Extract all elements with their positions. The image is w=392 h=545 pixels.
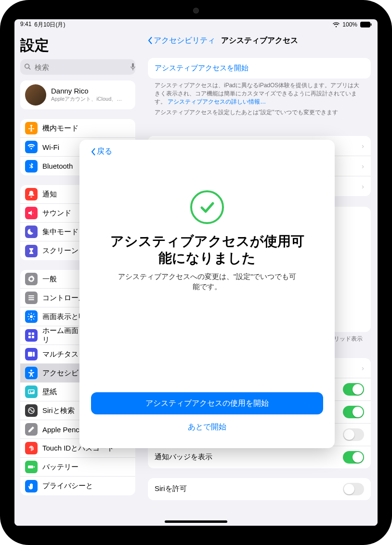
search-input[interactable] (34, 63, 127, 72)
status-date: 6月10日(月) (34, 21, 65, 29)
start-now-button[interactable]: アシスティブアクセスの使用を開始 (91, 392, 323, 414)
svg-rect-19 (32, 332, 34, 335)
sidebar-item-label: 一般 (42, 275, 57, 284)
status-bar: 9:41 6月10日(月) 100% (14, 19, 378, 30)
svg-rect-29 (34, 466, 35, 468)
sheet-title: アシスティブアクセスが使用可能になりました (105, 233, 309, 266)
svg-rect-20 (28, 336, 31, 338)
svg-rect-0 (361, 22, 370, 27)
hand-icon (25, 480, 38, 492)
gear-icon (25, 273, 38, 285)
speaker-icon (25, 207, 38, 219)
toggle-switch[interactable] (343, 451, 364, 464)
svg-rect-23 (33, 352, 35, 357)
svg-point-26 (30, 391, 31, 392)
svg-line-15 (33, 319, 34, 319)
toggle-row[interactable]: 通知バッジを表示 (148, 446, 371, 468)
svg-point-24 (30, 370, 32, 372)
footnote-2: アシスティブアクセスを設定したあとは"設定"でいつでも変更できます (148, 106, 371, 117)
brightness-icon (25, 310, 38, 323)
sidebar-item-label: 通知 (42, 190, 57, 199)
bell-icon (25, 188, 38, 200)
search-field[interactable] (20, 59, 135, 75)
status-time: 9:41 (20, 21, 31, 29)
sidebar-item-label: 壁紙 (42, 387, 57, 397)
footnote-1: アシスティブアクセスは、iPadに異なるiPadOS体験を提供します。アプリは大… (148, 79, 371, 106)
sheet-back-button[interactable]: 戻る (91, 146, 323, 157)
sidebar-item[interactable]: 機内モード (20, 119, 135, 138)
svg-rect-18 (28, 332, 31, 335)
svg-line-14 (28, 314, 29, 315)
svg-point-2 (25, 64, 29, 68)
sidebar-item-label: バッテリー (42, 463, 78, 472)
fingerprint-icon (25, 442, 38, 454)
sliders-icon (25, 292, 38, 304)
back-button[interactable]: アクセシビリティ (148, 36, 215, 46)
sidebar-item-label: 集中モード (42, 227, 78, 237)
svg-rect-1 (371, 24, 372, 26)
svg-line-16 (33, 314, 34, 315)
sidebar-item[interactable]: プライバシーと (20, 477, 135, 495)
siri-label: Siriを許可 (155, 484, 187, 493)
siri-icon (25, 404, 38, 417)
svg-rect-7 (28, 297, 34, 298)
more-info-link[interactable]: アシスティブアクセスの詳しい情報… (168, 98, 266, 105)
svg-rect-8 (28, 299, 34, 300)
accessibility-icon (25, 367, 38, 379)
sidebar-item-label: 機内モード (42, 124, 78, 133)
front-camera (194, 8, 198, 13)
search-icon (24, 63, 31, 71)
battery-icon (25, 461, 38, 473)
wifi-icon (333, 22, 340, 27)
start-later-button[interactable]: あとで開始 (91, 417, 323, 437)
multitask-icon (25, 348, 38, 360)
toggle-label: 通知バッジを表示 (155, 452, 212, 462)
home-indicator[interactable] (165, 520, 227, 523)
account-name: Danny Rico (51, 87, 122, 95)
toggle-switch[interactable] (343, 406, 364, 418)
svg-line-3 (29, 67, 31, 69)
sidebar-item-label: Bluetooth (42, 162, 73, 170)
sidebar-item-label: プライバシーと (42, 481, 93, 491)
detail-title: アシスティブアクセス (221, 36, 298, 46)
account-sub: Appleアカウント、iCloud、… (51, 95, 122, 103)
sidebar-item-label: Wi-Fi (42, 143, 59, 151)
svg-rect-4 (132, 63, 134, 67)
mic-icon[interactable] (130, 63, 136, 71)
start-assistive-access-link[interactable]: アシスティブアクセスを開始 (148, 58, 371, 79)
detail-nav: アクセシビリティ アシスティブアクセス (148, 30, 371, 51)
assistive-access-ready-sheet: 戻る アシスティブアクセスが使用可能になりました アシスティブアクセスへの変更は… (79, 140, 335, 448)
sidebar-item-label: サウンド (42, 209, 71, 218)
svg-rect-22 (28, 352, 32, 357)
bluetooth-icon (25, 160, 38, 173)
pencil-icon (25, 423, 38, 436)
toggle-switch[interactable] (343, 383, 364, 396)
success-check-icon (190, 190, 224, 224)
sidebar-item-label: Apple Pencil (42, 425, 82, 434)
siri-switch[interactable] (343, 483, 364, 495)
sidebar-item-label: Siriと検索 (42, 406, 75, 415)
siri-toggle-row[interactable]: Siriを許可 (148, 478, 371, 500)
airplane-icon (25, 122, 38, 134)
wallpaper-icon (25, 385, 38, 398)
account-card[interactable]: Danny Rico Appleアカウント、iCloud、… (20, 80, 135, 109)
wifi-icon (25, 141, 38, 153)
toggle-switch[interactable] (343, 428, 364, 441)
svg-rect-6 (28, 295, 34, 296)
battery-icon (360, 22, 372, 27)
svg-point-9 (30, 315, 33, 318)
status-battery-percent: 100% (342, 21, 357, 28)
moon-icon (25, 226, 38, 238)
settings-title: 設定 (20, 36, 135, 55)
svg-line-17 (28, 319, 29, 319)
avatar (25, 84, 46, 106)
sheet-body: アシスティブアクセスへの変更は、"設定"でいつでも可能です。 (115, 271, 299, 292)
grid-icon (25, 329, 38, 342)
svg-rect-28 (28, 465, 33, 468)
sidebar-item[interactable]: バッテリー (20, 458, 135, 477)
hourglass-icon (25, 245, 38, 257)
svg-rect-21 (32, 336, 34, 338)
